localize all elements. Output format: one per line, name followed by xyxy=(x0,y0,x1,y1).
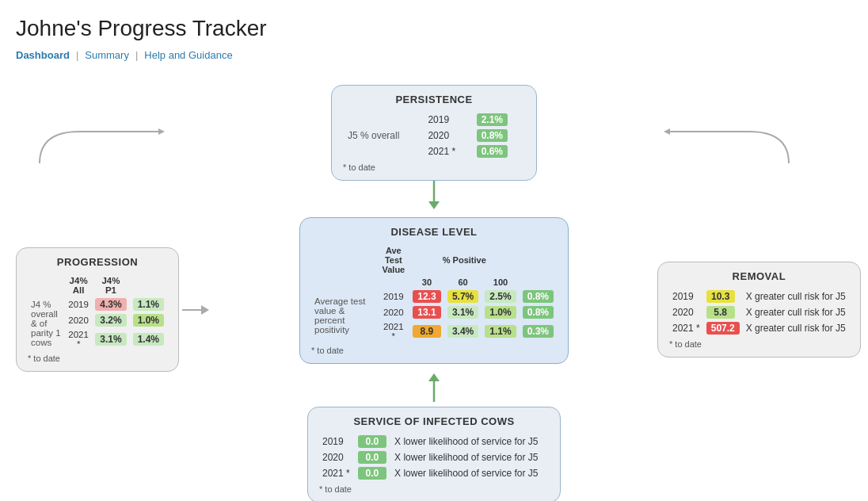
prog-all-0: 4.3% xyxy=(92,296,129,312)
progression-area: PROGRESSION J4% All J4% P1 J4 % overall … xyxy=(16,247,214,372)
service-badge-2: 0.0 xyxy=(358,467,386,480)
svg-marker-2 xyxy=(428,201,440,209)
prog-all-badge-1: 3.2% xyxy=(95,314,126,327)
disease-p100-badge-2: 0.3% xyxy=(523,325,554,338)
up-arrow-service xyxy=(422,370,446,402)
persistence-table: J5 % overall 2019 2.1% 2020 0.8% 2021 * … xyxy=(343,112,525,159)
persistence-row-label: J5 % overall xyxy=(343,112,423,159)
service-label-2: X lower likelihood of service for J5 xyxy=(391,465,549,481)
prog-p1-badge-2: 1.4% xyxy=(133,333,164,346)
disease-p100-0: 0.8% xyxy=(520,289,557,304)
service-value-1: 0.0 xyxy=(355,449,391,465)
removal-year-1: 2020 xyxy=(669,304,703,320)
prog-year-2: 2021 * xyxy=(65,328,92,350)
removal-label-0: X greater cull risk for J5 xyxy=(743,289,849,304)
disease-col-ave: Ave TestValue xyxy=(378,244,409,276)
disease-p60-1: 1.0% xyxy=(482,304,519,320)
disease-ave-1: 13.1 xyxy=(409,304,444,320)
disease-row-label: Average test value & percent positivity xyxy=(311,289,378,342)
service-label-0: X lower likelihood of service for J5 xyxy=(391,434,549,449)
down-arrow-persistence xyxy=(422,181,446,212)
service-note: * to date xyxy=(319,484,549,494)
prog-p1-badge-0: 1.1% xyxy=(133,298,164,311)
disease-p30-1: 3.1% xyxy=(444,304,482,320)
prog-all-badge-0: 4.3% xyxy=(95,298,126,311)
disease-card: DISEASE LEVEL Ave TestValue % Positive 3… xyxy=(299,217,569,364)
persistence-value-1: 0.8% xyxy=(472,128,525,143)
svg-marker-5 xyxy=(201,305,209,315)
removal-value-1: 5.8 xyxy=(703,304,743,320)
prog-col2: J4% P1 xyxy=(92,274,129,296)
persistence-value-0: 2.1% xyxy=(472,112,525,128)
arrow-prog-to-disease xyxy=(182,298,214,322)
svg-marker-0 xyxy=(158,128,165,135)
disease-p60-0: 2.5% xyxy=(482,289,519,304)
disease-p30-0: 5.7% xyxy=(444,289,482,304)
disease-year-1: 2020 xyxy=(378,304,409,320)
main-diagram: PERSISTENCE J5 % overall 2019 2.1% 2020 … xyxy=(16,85,852,501)
svg-marker-7 xyxy=(428,373,440,381)
prog-p1-badge-1: 1.0% xyxy=(133,314,164,327)
progression-row-label: J4 % overall & of parity 1 cows xyxy=(28,296,65,350)
persistence-badge-1: 0.8% xyxy=(477,129,508,142)
disease-ave-0: 12.3 xyxy=(409,289,444,304)
disease-title: DISEASE LEVEL xyxy=(311,226,557,238)
prog-p1-2: 1.4% xyxy=(130,328,167,350)
disease-col-60: 60 xyxy=(444,276,482,289)
removal-value-0: 10.3 xyxy=(703,289,743,304)
removal-badge-1: 5.8 xyxy=(706,306,735,319)
service-badge-0: 0.0 xyxy=(358,435,386,448)
removal-title: REMOVAL xyxy=(669,270,849,282)
nav-sep2: | xyxy=(135,49,138,61)
persistence-badge-0: 2.1% xyxy=(477,113,508,126)
disease-p60-badge-2: 1.1% xyxy=(485,325,516,338)
disease-p100-badge-0: 0.8% xyxy=(523,290,554,303)
curved-arrow-right xyxy=(654,116,813,179)
disease-year-0: 2019 xyxy=(378,289,409,304)
disease-year-2: 2021 * xyxy=(378,320,409,342)
service-year-0: 2019 xyxy=(319,434,355,449)
disease-p60-badge-0: 2.5% xyxy=(485,290,516,303)
prog-all-badge-2: 3.1% xyxy=(95,333,126,346)
disease-col-30: 30 xyxy=(409,276,444,289)
service-table: 2019 0.0 X lower likelihood of service f… xyxy=(319,434,549,481)
disease-p60-2: 1.1% xyxy=(482,320,519,342)
curved-arrow-left xyxy=(16,116,174,179)
top-left-empty xyxy=(16,116,214,182)
service-area: SERVICE OF INFECTED COWS 2019 0.0 X lowe… xyxy=(219,407,649,501)
disease-ave-badge-2: 8.9 xyxy=(413,325,441,338)
removal-label-2: X greater cull risk for J5 xyxy=(743,320,849,336)
nav-help[interactable]: Help and Guidance xyxy=(144,49,232,61)
top-right-empty xyxy=(654,116,852,182)
service-value-0: 0.0 xyxy=(355,434,391,449)
removal-label-1: X greater cull risk for J5 xyxy=(743,304,849,320)
nav-summary[interactable]: Summary xyxy=(85,49,129,61)
progression-table: J4% All J4% P1 J4 % overall & of parity … xyxy=(28,274,167,350)
svg-marker-3 xyxy=(664,128,670,135)
persistence-title: PERSISTENCE xyxy=(343,94,525,105)
prog-year-0: 2019 xyxy=(65,296,92,312)
disease-p100-1: 0.8% xyxy=(520,304,557,320)
navigation: Dashboard | Summary | Help and Guidance xyxy=(16,49,852,61)
disease-area: DISEASE LEVEL Ave TestValue % Positive 3… xyxy=(219,217,649,402)
progression-title: PROGRESSION xyxy=(28,256,167,268)
persistence-year-0: 2019 xyxy=(423,112,471,128)
removal-badge-2: 507.2 xyxy=(706,322,740,335)
removal-card: REMOVAL 2019 10.3 X greater cull risk fo… xyxy=(657,262,861,358)
service-year-1: 2020 xyxy=(319,449,355,465)
service-label-1: X lower likelihood of service for J5 xyxy=(391,449,549,465)
persistence-year-1: 2020 xyxy=(423,128,471,143)
progression-note: * to date xyxy=(28,354,167,363)
removal-area: REMOVAL 2019 10.3 X greater cull risk fo… xyxy=(654,262,852,358)
removal-table: 2019 10.3 X greater cull risk for J5 202… xyxy=(669,289,849,336)
removal-badge-0: 10.3 xyxy=(706,290,735,303)
disease-p100-2: 0.3% xyxy=(520,320,557,342)
disease-note: * to date xyxy=(311,346,557,355)
service-title: SERVICE OF INFECTED COWS xyxy=(319,415,549,427)
disease-ave-2: 8.9 xyxy=(409,320,444,342)
persistence-card: PERSISTENCE J5 % overall 2019 2.1% 2020 … xyxy=(331,85,537,181)
disease-p30-badge-1: 3.1% xyxy=(447,306,478,319)
disease-p60-badge-1: 1.0% xyxy=(485,306,516,319)
disease-ave-badge-1: 13.1 xyxy=(413,306,441,319)
nav-dashboard[interactable]: Dashboard xyxy=(16,49,70,61)
